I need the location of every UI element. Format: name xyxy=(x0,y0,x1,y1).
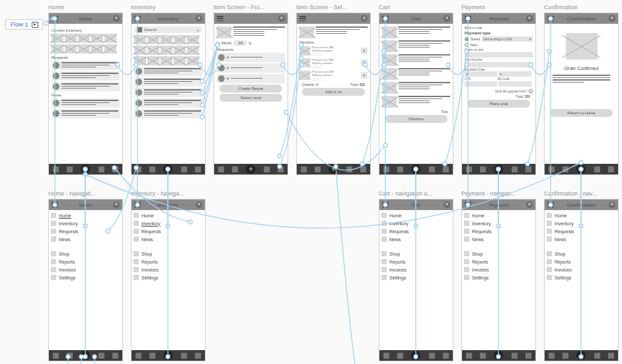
tab-item[interactable] xyxy=(195,353,201,359)
hamburger-icon[interactable] xyxy=(217,16,223,21)
nav-item-requests[interactable]: Requests xyxy=(463,227,534,235)
nav-item-reports[interactable]: Reports xyxy=(463,258,534,266)
screen[interactable]: Cart - navigation o...CartHomeInventoryR… xyxy=(379,190,453,361)
tab-item[interactable] xyxy=(218,166,224,172)
list-item[interactable] xyxy=(134,109,202,118)
screen[interactable]: Inventory - Naviga...InventoryHomeInvent… xyxy=(131,190,206,361)
tab-item[interactable] xyxy=(136,353,141,359)
nav-item-settings[interactable]: Settings xyxy=(133,273,204,281)
search-icon[interactable]: ⌕ xyxy=(197,28,200,32)
hamburger-icon[interactable] xyxy=(465,202,471,207)
nav-item-shop[interactable]: Shop xyxy=(463,250,534,258)
list-item[interactable] xyxy=(52,71,120,81)
hamburger-icon[interactable] xyxy=(134,16,141,21)
cart-item[interactable] xyxy=(382,96,450,108)
nav-item-settings[interactable]: Settings xyxy=(546,273,617,281)
flow-badge[interactable]: Flow 1 xyxy=(5,19,43,30)
tab-plus-button[interactable]: + xyxy=(576,164,586,174)
hamburger-icon[interactable] xyxy=(465,16,471,21)
nav-item-news[interactable]: News xyxy=(50,235,121,243)
tab-item[interactable] xyxy=(67,166,73,172)
exp-month-select[interactable] xyxy=(465,71,497,77)
nav-item-inventory[interactable]: Inventory xyxy=(381,219,451,227)
tab-plus-button[interactable]: + xyxy=(246,164,255,174)
tab-item[interactable] xyxy=(136,166,141,172)
hamburger-icon[interactable] xyxy=(299,16,306,21)
tab-item[interactable] xyxy=(112,166,118,172)
tab-plus-button[interactable]: + xyxy=(494,351,503,360)
checkout-button[interactable]: Checkou xyxy=(385,115,447,123)
tab-item[interactable] xyxy=(301,166,307,172)
nav-item-requests[interactable]: Requests xyxy=(381,227,451,235)
tab-item[interactable] xyxy=(315,166,321,172)
tab-item[interactable] xyxy=(98,166,104,172)
exp-year-select[interactable] xyxy=(498,71,531,77)
list-item[interactable] xyxy=(52,98,120,108)
tab-item[interactable] xyxy=(429,166,435,172)
screen[interactable]: Payment - navigati...PaymentHomeInventor… xyxy=(461,190,536,361)
search-bar[interactable]: Search⌕ xyxy=(134,26,202,33)
nav-item-invoices[interactable]: Invoices xyxy=(546,266,617,273)
tab-item[interactable] xyxy=(429,353,435,359)
tab-item[interactable] xyxy=(549,166,555,172)
tab-item[interactable] xyxy=(346,166,352,172)
cart-item[interactable] xyxy=(382,68,450,80)
nav-item-home[interactable]: Home xyxy=(463,211,534,219)
tab-item[interactable] xyxy=(480,166,486,172)
nav-item-requests[interactable]: Requests xyxy=(50,227,121,235)
close-icon[interactable]: × xyxy=(366,25,368,30)
qty-input[interactable]: # xyxy=(361,48,368,54)
nav-item-shop[interactable]: Shop xyxy=(546,250,617,258)
nav-item-settings[interactable]: Settings xyxy=(50,273,121,281)
nav-item-home[interactable]: Home xyxy=(381,211,451,219)
nav-item-reports[interactable]: Reports xyxy=(546,258,617,266)
tab-plus-button[interactable]: + xyxy=(411,164,420,174)
name-input[interactable] xyxy=(465,52,533,57)
tab-item[interactable] xyxy=(383,166,389,172)
tab-item[interactable] xyxy=(466,353,472,359)
nav-item-settings[interactable]: Settings xyxy=(381,273,451,281)
tab-item[interactable] xyxy=(278,166,284,172)
tab-item[interactable] xyxy=(53,353,59,359)
list-item[interactable] xyxy=(134,88,202,97)
radio-saved[interactable]: Savedvisa ending in 1234 xyxy=(465,36,533,42)
tab-plus-button[interactable]: + xyxy=(81,351,90,360)
tab-item[interactable] xyxy=(512,353,518,359)
card-number-input[interactable] xyxy=(465,62,533,67)
tab-item[interactable] xyxy=(563,166,568,172)
hamburger-icon[interactable] xyxy=(382,202,389,207)
tab-item[interactable] xyxy=(397,353,403,359)
tab-plus-button[interactable]: + xyxy=(81,164,90,174)
tab-item[interactable] xyxy=(443,353,449,359)
nav-item-inventory[interactable]: Inventory xyxy=(133,219,204,227)
list-item[interactable] xyxy=(52,109,120,118)
stock-value[interactable]: 16 xyxy=(234,40,247,46)
screen[interactable]: Item Screen - Sel...×VendorsPrice per un… xyxy=(296,4,371,175)
vendor-row[interactable]: Price per unit: $$$Delivery estimate:_ /… xyxy=(299,70,368,81)
screen[interactable]: InventoryInventorySearch⌕+ xyxy=(131,4,206,175)
saved-card-select[interactable]: visa ending in 1234 xyxy=(482,36,533,42)
screen[interactable]: CartCartTotaCheckou+ xyxy=(379,4,453,175)
hamburger-icon[interactable] xyxy=(52,202,58,207)
user-avatar-icon[interactable] xyxy=(196,201,202,208)
add-to-cart-button[interactable]: Add to ca xyxy=(302,88,365,96)
nav-item-shop[interactable]: Shop xyxy=(50,250,121,258)
grid-icon[interactable] xyxy=(137,27,142,32)
user-avatar-icon[interactable] xyxy=(196,15,202,22)
cart-item[interactable] xyxy=(382,54,450,66)
save-info-row[interactable]: Save this payment info? xyxy=(465,89,533,93)
nav-item-reports[interactable]: Reports xyxy=(50,258,121,266)
tab-item[interactable] xyxy=(149,166,155,172)
list-item[interactable] xyxy=(52,82,120,91)
nav-item-inventory[interactable]: Inventory xyxy=(50,219,121,227)
return-home-button[interactable]: Return to Home xyxy=(550,109,613,117)
tab-item[interactable] xyxy=(608,353,614,359)
user-avatar-icon[interactable] xyxy=(444,201,450,208)
tab-plus-button[interactable]: + xyxy=(494,164,503,174)
vendor-row[interactable]: Price per unit: $$$Delivery estimate:_ /… xyxy=(299,46,368,56)
tab-item[interactable] xyxy=(594,166,600,172)
screen[interactable]: Item Screen - Fro...In Stock:16✎Requests… xyxy=(214,4,288,175)
screen[interactable]: HomeHomeCurrent InventoryRequestsNews+ xyxy=(48,4,123,175)
list-item[interactable] xyxy=(52,61,120,70)
tab-item[interactable] xyxy=(594,353,600,359)
